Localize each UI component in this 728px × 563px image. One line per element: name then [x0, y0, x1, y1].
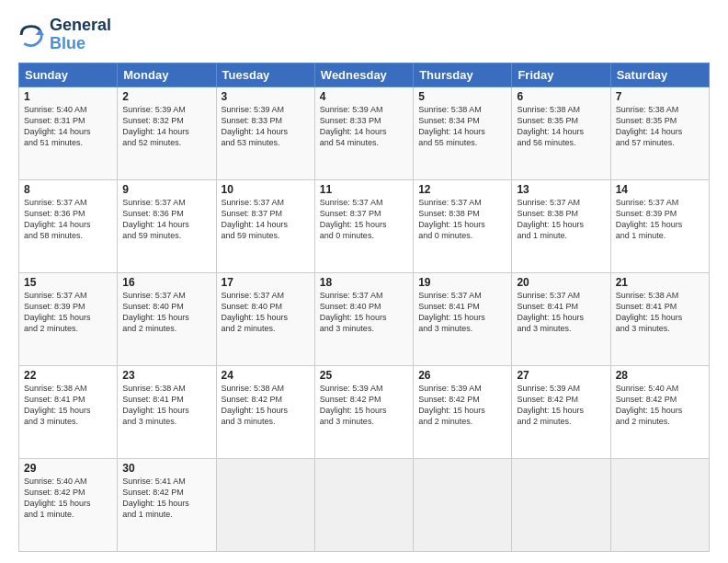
calendar-cell: 21 Sunrise: 5:38 AMSunset: 8:41 PMDaylig…: [610, 272, 709, 365]
day-detail: Sunrise: 5:37 AMSunset: 8:37 PMDaylight:…: [222, 198, 289, 240]
day-number: 19: [418, 276, 506, 289]
day-number: 9: [122, 183, 210, 196]
calendar-cell: 1 Sunrise: 5:40 AMSunset: 8:31 PMDayligh…: [19, 86, 118, 179]
calendar-cell: 5 Sunrise: 5:38 AMSunset: 8:34 PMDayligh…: [414, 86, 512, 179]
day-detail: Sunrise: 5:37 AMSunset: 8:37 PMDaylight:…: [320, 198, 387, 240]
calendar-cell: 6 Sunrise: 5:38 AMSunset: 8:35 PMDayligh…: [512, 86, 610, 179]
logo: General Blue: [18, 17, 111, 53]
day-number: 30: [122, 462, 210, 475]
calendar-cell: 3 Sunrise: 5:39 AMSunset: 8:33 PMDayligh…: [216, 86, 314, 179]
calendar-cell: [216, 458, 314, 551]
day-number: 4: [320, 90, 408, 103]
day-detail: Sunrise: 5:38 AMSunset: 8:35 PMDaylight:…: [517, 105, 584, 147]
col-header-monday: Monday: [118, 63, 216, 86]
col-header-thursday: Thursday: [414, 63, 512, 86]
day-detail: Sunrise: 5:38 AMSunset: 8:41 PMDaylight:…: [24, 384, 91, 426]
day-number: 10: [222, 183, 310, 196]
day-number: 7: [616, 90, 704, 103]
day-detail: Sunrise: 5:40 AMSunset: 8:31 PMDaylight:…: [24, 105, 91, 147]
day-detail: Sunrise: 5:37 AMSunset: 8:41 PMDaylight:…: [418, 291, 485, 333]
day-number: 15: [24, 276, 112, 289]
day-number: 24: [222, 369, 310, 382]
day-detail: Sunrise: 5:39 AMSunset: 8:42 PMDaylight:…: [517, 384, 584, 426]
day-detail: Sunrise: 5:37 AMSunset: 8:39 PMDaylight:…: [616, 198, 683, 240]
calendar-cell: 23 Sunrise: 5:38 AMSunset: 8:41 PMDaylig…: [118, 365, 216, 458]
calendar-cell: [610, 458, 709, 551]
day-number: 14: [616, 183, 704, 196]
calendar-cell: 8 Sunrise: 5:37 AMSunset: 8:36 PMDayligh…: [19, 179, 118, 272]
calendar-cell: 27 Sunrise: 5:39 AMSunset: 8:42 PMDaylig…: [512, 365, 610, 458]
calendar-cell: 25 Sunrise: 5:39 AMSunset: 8:42 PMDaylig…: [314, 365, 413, 458]
day-detail: Sunrise: 5:37 AMSunset: 8:39 PMDaylight:…: [24, 291, 91, 333]
calendar-cell: 17 Sunrise: 5:37 AMSunset: 8:40 PMDaylig…: [216, 272, 314, 365]
calendar-cell: 10 Sunrise: 5:37 AMSunset: 8:37 PMDaylig…: [216, 179, 314, 272]
calendar-cell: 19 Sunrise: 5:37 AMSunset: 8:41 PMDaylig…: [414, 272, 512, 365]
day-number: 6: [517, 90, 605, 103]
calendar-cell: 7 Sunrise: 5:38 AMSunset: 8:35 PMDayligh…: [610, 86, 709, 179]
col-header-sunday: Sunday: [19, 63, 118, 86]
day-detail: Sunrise: 5:38 AMSunset: 8:41 PMDaylight:…: [122, 384, 189, 426]
svg-marker-0: [36, 29, 44, 35]
page: General Blue SundayMondayTuesdayWednesda…: [0, 0, 728, 563]
day-number: 2: [122, 90, 210, 103]
day-detail: Sunrise: 5:40 AMSunset: 8:42 PMDaylight:…: [616, 384, 683, 426]
calendar-cell: 22 Sunrise: 5:38 AMSunset: 8:41 PMDaylig…: [19, 365, 118, 458]
col-header-wednesday: Wednesday: [314, 63, 413, 86]
col-header-friday: Friday: [512, 63, 610, 86]
calendar-cell: 14 Sunrise: 5:37 AMSunset: 8:39 PMDaylig…: [610, 179, 709, 272]
calendar-cell: 28 Sunrise: 5:40 AMSunset: 8:42 PMDaylig…: [610, 365, 709, 458]
day-detail: Sunrise: 5:39 AMSunset: 8:42 PMDaylight:…: [320, 384, 387, 426]
calendar-cell: 4 Sunrise: 5:39 AMSunset: 8:33 PMDayligh…: [314, 86, 413, 179]
day-detail: Sunrise: 5:37 AMSunset: 8:40 PMDaylight:…: [122, 291, 189, 333]
day-number: 12: [418, 183, 506, 196]
day-number: 28: [616, 369, 704, 382]
calendar-cell: 24 Sunrise: 5:38 AMSunset: 8:42 PMDaylig…: [216, 365, 314, 458]
day-detail: Sunrise: 5:37 AMSunset: 8:40 PMDaylight:…: [320, 291, 387, 333]
day-detail: Sunrise: 5:37 AMSunset: 8:38 PMDaylight:…: [418, 198, 485, 240]
day-number: 25: [320, 369, 408, 382]
day-number: 27: [517, 369, 605, 382]
day-detail: Sunrise: 5:40 AMSunset: 8:42 PMDaylight:…: [24, 477, 91, 519]
day-number: 26: [418, 369, 506, 382]
day-number: 29: [24, 462, 112, 475]
logo-text: General Blue: [50, 17, 111, 53]
day-number: 11: [320, 183, 408, 196]
day-detail: Sunrise: 5:37 AMSunset: 8:36 PMDaylight:…: [24, 198, 91, 240]
calendar-cell: 30 Sunrise: 5:41 AMSunset: 8:42 PMDaylig…: [118, 458, 216, 551]
header: General Blue: [18, 17, 710, 53]
day-number: 17: [222, 276, 310, 289]
day-detail: Sunrise: 5:39 AMSunset: 8:33 PMDaylight:…: [222, 105, 289, 147]
day-number: 21: [616, 276, 704, 289]
day-number: 13: [517, 183, 605, 196]
day-detail: Sunrise: 5:37 AMSunset: 8:41 PMDaylight:…: [517, 291, 584, 333]
logo-icon: [18, 22, 44, 48]
calendar-cell: 20 Sunrise: 5:37 AMSunset: 8:41 PMDaylig…: [512, 272, 610, 365]
day-detail: Sunrise: 5:39 AMSunset: 8:33 PMDaylight:…: [320, 105, 387, 147]
day-detail: Sunrise: 5:38 AMSunset: 8:34 PMDaylight:…: [418, 105, 485, 147]
day-detail: Sunrise: 5:37 AMSunset: 8:40 PMDaylight:…: [222, 291, 289, 333]
day-detail: Sunrise: 5:38 AMSunset: 8:41 PMDaylight:…: [616, 291, 683, 333]
calendar-cell: 15 Sunrise: 5:37 AMSunset: 8:39 PMDaylig…: [19, 272, 118, 365]
calendar-cell: 12 Sunrise: 5:37 AMSunset: 8:38 PMDaylig…: [414, 179, 512, 272]
day-number: 22: [24, 369, 112, 382]
day-detail: Sunrise: 5:38 AMSunset: 8:42 PMDaylight:…: [222, 384, 289, 426]
calendar-cell: 16 Sunrise: 5:37 AMSunset: 8:40 PMDaylig…: [118, 272, 216, 365]
day-detail: Sunrise: 5:37 AMSunset: 8:38 PMDaylight:…: [517, 198, 584, 240]
day-number: 1: [24, 90, 112, 103]
calendar-cell: 9 Sunrise: 5:37 AMSunset: 8:36 PMDayligh…: [118, 179, 216, 272]
day-number: 23: [122, 369, 210, 382]
calendar-cell: [512, 458, 610, 551]
day-number: 20: [517, 276, 605, 289]
day-number: 16: [122, 276, 210, 289]
calendar-cell: 2 Sunrise: 5:39 AMSunset: 8:32 PMDayligh…: [118, 86, 216, 179]
day-detail: Sunrise: 5:39 AMSunset: 8:42 PMDaylight:…: [418, 384, 485, 426]
day-detail: Sunrise: 5:38 AMSunset: 8:35 PMDaylight:…: [616, 105, 683, 147]
day-number: 18: [320, 276, 408, 289]
day-number: 8: [24, 183, 112, 196]
calendar-cell: 26 Sunrise: 5:39 AMSunset: 8:42 PMDaylig…: [414, 365, 512, 458]
calendar-cell: 11 Sunrise: 5:37 AMSunset: 8:37 PMDaylig…: [314, 179, 413, 272]
calendar-cell: [314, 458, 413, 551]
calendar-cell: 13 Sunrise: 5:37 AMSunset: 8:38 PMDaylig…: [512, 179, 610, 272]
day-detail: Sunrise: 5:39 AMSunset: 8:32 PMDaylight:…: [122, 105, 189, 147]
calendar-cell: 29 Sunrise: 5:40 AMSunset: 8:42 PMDaylig…: [19, 458, 118, 551]
